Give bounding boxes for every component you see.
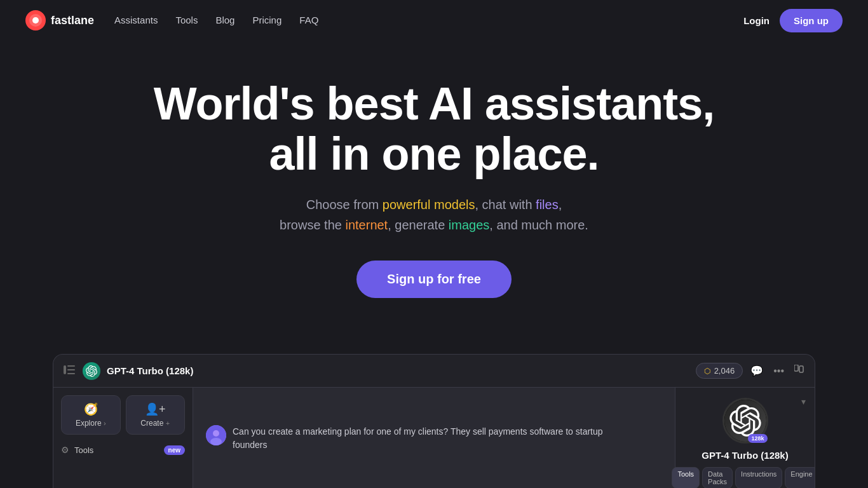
nav-tools[interactable]: Tools	[175, 15, 198, 25]
model-right-name: GPT-4 Turbo (128k)	[702, 450, 788, 461]
model-tabs: Tools Data Packs Instructions Engine	[683, 467, 807, 488]
create-label: Create +	[140, 419, 170, 428]
chat-text: Can you create a marketing plan for one …	[233, 425, 614, 452]
nav-assistants[interactable]: Assistants	[114, 15, 158, 25]
subtitle-line1: Choose from powerful models, chat with f…	[306, 198, 562, 212]
tab-tools[interactable]: Tools	[672, 467, 700, 488]
hero-title: World's best AI assistants, all in one p…	[148, 79, 720, 179]
logo-icon	[25, 10, 46, 30]
model-avatar-large: 128k	[722, 398, 768, 444]
svg-point-11	[210, 438, 222, 445]
nav-pricing[interactable]: Pricing	[252, 15, 281, 25]
user-avatar	[206, 425, 226, 445]
sidebar-toggle-icon[interactable]	[64, 364, 75, 377]
navbar-left: fastlane Assistants Tools Blog Pricing F…	[25, 10, 318, 30]
more-icon[interactable]: •••	[773, 365, 784, 377]
preview-body: 🧭 Explore › 👤+ Create + ⚙ Tools	[53, 388, 815, 488]
preview-actions: 💬 •••	[750, 365, 804, 377]
subtitle-line2: browse the internet, generate images, an…	[280, 218, 588, 232]
sidebar-buttons: 🧭 Explore › 👤+ Create +	[61, 395, 185, 435]
model-info: GPT-4 Turbo (128k)	[83, 362, 688, 380]
hero-subtitle: Choose from powerful models, chat with f…	[280, 194, 588, 235]
token-count: 2,046	[714, 366, 735, 376]
model-icon	[83, 362, 100, 380]
token-badge: ⬡ 2,046	[696, 363, 743, 379]
navbar-right: Login Sign up	[743, 9, 843, 32]
svg-rect-8	[799, 366, 803, 372]
logo[interactable]: fastlane	[25, 10, 94, 30]
brand-name: fastlane	[51, 14, 94, 27]
preview-sidebar: 🧭 Explore › 👤+ Create + ⚙ Tools	[53, 388, 193, 488]
chat-message: Can you create a marketing plan for one …	[206, 425, 662, 452]
model-name-header: GPT-4 Turbo (128k)	[107, 365, 193, 376]
tools-label: Tools	[74, 445, 93, 455]
sidebar-tools-row: ⚙ Tools new	[61, 445, 185, 455]
nav-blog[interactable]: Blog	[215, 15, 234, 25]
nav-links: Assistants Tools Blog Pricing FAQ	[114, 15, 318, 26]
svg-rect-5	[67, 369, 75, 370]
signup-button[interactable]: Sign up	[780, 9, 843, 32]
login-button[interactable]: Login	[743, 15, 770, 26]
preview-header: GPT-4 Turbo (128k) ⬡ 2,046 💬 •••	[53, 355, 815, 388]
expand-icon[interactable]	[794, 365, 804, 377]
create-button[interactable]: 👤+ Create +	[126, 395, 186, 435]
preview-right-panel: ▾ 128k GPT-4 Turbo (128k) Tools Data Pac…	[675, 388, 815, 488]
svg-point-10	[213, 430, 219, 437]
explore-label: Explore ›	[76, 419, 106, 428]
hero-section: World's best AI assistants, all in one p…	[0, 41, 868, 354]
tab-engine[interactable]: Engine	[785, 467, 815, 488]
svg-rect-4	[67, 365, 75, 367]
right-panel-chevron[interactable]: ▾	[801, 396, 806, 407]
token-icon: ⬡	[704, 367, 710, 376]
nav-faq[interactable]: FAQ	[299, 15, 318, 25]
svg-rect-6	[67, 373, 75, 374]
explore-button[interactable]: 🧭 Explore ›	[61, 395, 121, 435]
preview-container: GPT-4 Turbo (128k) ⬡ 2,046 💬 •••	[0, 354, 868, 488]
svg-point-2	[32, 17, 39, 24]
tab-instructions[interactable]: Instructions	[735, 467, 782, 488]
preview-main: Can you create a marketing plan for one …	[193, 388, 675, 488]
cta-button[interactable]: Sign up for free	[356, 261, 512, 298]
preview-window: GPT-4 Turbo (128k) ⬡ 2,046 💬 •••	[53, 354, 815, 488]
svg-rect-3	[64, 365, 66, 374]
tab-data-packs[interactable]: Data Packs	[702, 467, 733, 488]
model-128k-badge: 128k	[748, 434, 767, 443]
tools-new-badge: new	[164, 445, 185, 455]
explore-icon: 🧭	[84, 402, 98, 416]
chat-icon[interactable]: 💬	[750, 365, 763, 377]
svg-rect-7	[794, 365, 798, 371]
tools-icon: ⚙	[61, 445, 69, 455]
create-icon: 👤+	[145, 402, 166, 416]
navbar: fastlane Assistants Tools Blog Pricing F…	[0, 0, 868, 41]
